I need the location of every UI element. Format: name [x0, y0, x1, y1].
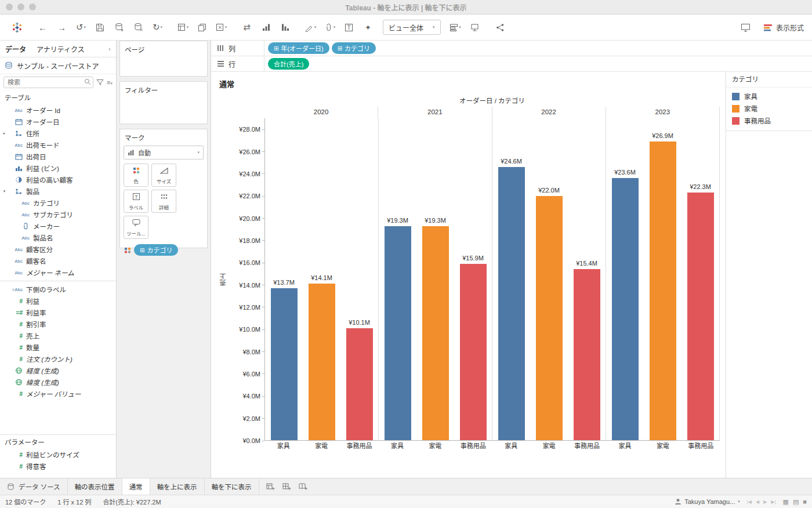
sort-descending-button[interactable] [276, 19, 294, 36]
clear-sheet-button[interactable]: ▾ [212, 19, 230, 36]
columns-shelf[interactable]: 列 ⊞年(オーダー日)⊞カテゴリ [211, 41, 812, 56]
field-item[interactable]: #利益ビンのサイズ [0, 449, 116, 460]
field-item[interactable]: 出荷日 [0, 151, 116, 162]
expand-plus-icon[interactable]: ⊞ [140, 247, 144, 253]
sheet-tab[interactable]: 軸を下に表示 [205, 478, 259, 495]
x-axis-category-label[interactable]: 家具 [264, 441, 302, 452]
replay-button[interactable]: ↺▾ [72, 19, 90, 36]
tableau-logo-button[interactable] [8, 19, 26, 36]
fit-dropdown[interactable]: ビュー全体 ▾ [383, 20, 441, 35]
new-dashboard-button[interactable] [280, 480, 294, 493]
mark-button-tooltip[interactable]: ツール... [124, 216, 148, 239]
mark-button-color[interactable]: 色 [124, 164, 148, 187]
x-axis-category-label[interactable]: 家具 [378, 441, 416, 452]
x-axis-category-label[interactable]: 事務用品 [568, 441, 606, 452]
x-axis-category-label[interactable]: 家電 [530, 441, 568, 452]
field-item[interactable]: 緯度 (生成) [0, 376, 116, 388]
undo-button[interactable]: ← [34, 19, 52, 36]
new-worksheet-tab-button[interactable] [263, 480, 278, 493]
tab-data[interactable]: データ [0, 44, 31, 54]
field-item[interactable]: ▸住所 [0, 128, 116, 139]
field-item[interactable]: #割引率 [0, 318, 116, 330]
group-members-button[interactable]: ▾ [321, 19, 339, 36]
expander-icon[interactable]: ▸ [0, 131, 8, 136]
previous-sheet-button[interactable]: ◀ [756, 499, 759, 505]
rows-shelf[interactable]: 行 合計(売上) [211, 56, 812, 72]
bar-家電-2023[interactable] [650, 141, 676, 440]
user-account-menu[interactable]: Takuya Yamagu... ▾ [675, 498, 740, 505]
pages-shelf[interactable]: ページ [119, 41, 208, 77]
mark-button-label[interactable]: Tラベル [124, 190, 148, 213]
bar-家具-2020[interactable] [271, 288, 298, 440]
duplicate-button[interactable] [193, 19, 211, 36]
highlight-button[interactable]: ▾ [302, 19, 320, 36]
bar-事務用品-2020[interactable] [346, 328, 373, 440]
filter-funnel-icon[interactable] [96, 79, 104, 86]
expander-icon[interactable]: ▾ [0, 189, 8, 194]
field-item[interactable]: #注文 (カウント) [0, 353, 116, 365]
field-item[interactable]: Abcサブカテゴリ [0, 209, 116, 220]
field-item[interactable]: =#利益率 [0, 307, 116, 318]
bar-家具-2022[interactable] [498, 167, 525, 440]
pause-auto-updates-button[interactable] [129, 19, 147, 36]
bar-事務用品-2021[interactable] [460, 264, 487, 440]
shelf-pill[interactable]: 合計(売上) [268, 58, 309, 70]
last-sheet-button[interactable]: ▶| [771, 499, 775, 505]
datasource-row[interactable]: サンプル - スーパーストア [0, 57, 116, 74]
bar-家電-2021[interactable] [422, 226, 449, 440]
expand-plus-icon[interactable]: ⊞ [274, 45, 278, 52]
refresh-button[interactable]: ↻▾ [148, 19, 166, 36]
field-item[interactable]: Abcカテゴリ [0, 197, 116, 209]
field-item[interactable]: オーダー日 [0, 116, 116, 128]
redo-button[interactable]: → [53, 19, 71, 36]
shelf-pill[interactable]: ⊞年(オーダー日) [268, 42, 329, 54]
bar-事務用品-2023[interactable] [687, 193, 714, 440]
new-worksheet-button[interactable]: ▾ [174, 19, 192, 36]
field-item[interactable]: =Abc下側のラベル [0, 284, 116, 295]
new-datasource-button[interactable] [110, 19, 128, 36]
legend-item[interactable]: 家電 [732, 104, 806, 113]
bar-家電-2022[interactable] [536, 196, 563, 440]
field-item[interactable]: メーカー [0, 220, 116, 232]
field-item[interactable]: #メジャー バリュー [0, 388, 116, 400]
bar-事務用品-2022[interactable] [574, 269, 600, 440]
x-axis-category-label[interactable]: 家具 [606, 441, 644, 452]
tab-analytics[interactable]: アナリティクス [31, 44, 90, 54]
field-item[interactable]: 経度 (生成) [0, 365, 116, 376]
view-options-icon[interactable]: ≡▾ [107, 79, 113, 86]
presentation-mode-button[interactable] [737, 19, 755, 36]
fullscreen-icon[interactable]: ■ [803, 498, 807, 505]
x-axis-category-label[interactable]: 事務用品 [454, 441, 492, 452]
sheet-tab[interactable]: 通常 [122, 478, 150, 495]
expand-plus-icon[interactable]: ⊞ [338, 45, 342, 52]
shelf-pill[interactable]: ⊞カテゴリ [332, 42, 376, 54]
datasource-tab[interactable]: データ ソース [0, 478, 68, 495]
color-legend-card[interactable]: カテゴリ 家具家電事務用品 [726, 72, 812, 131]
show-me-button[interactable]: 表示形式 [764, 23, 804, 32]
field-item[interactable]: 利益の高い顧客 [0, 174, 116, 186]
swap-axes-button[interactable]: ⇄ [238, 19, 256, 36]
y-axis-ticks[interactable]: ¥28.0M¥26.0M¥24.0M¥22.0M¥20.0M¥18.0M¥16.… [227, 118, 264, 441]
field-item[interactable]: 利益 (ビン) [0, 162, 116, 174]
x-axis-category-label[interactable]: 家具 [492, 441, 530, 452]
legend-item[interactable]: 家具 [732, 92, 806, 101]
first-sheet-button[interactable]: |◀ [747, 499, 752, 505]
field-item[interactable]: Abcオーダー Id [0, 104, 116, 116]
field-item[interactable]: ▾製品 [0, 186, 116, 197]
field-item[interactable]: Abcメジャー ネーム [0, 267, 116, 278]
new-story-button[interactable] [296, 480, 310, 493]
sheet-tab[interactable]: 軸の表示位置 [68, 478, 122, 495]
field-item[interactable]: Abc製品名 [0, 232, 116, 244]
x-axis-category-label[interactable]: 家電 [302, 441, 340, 452]
filmstrip-icon[interactable]: ▤ [793, 498, 799, 506]
mark-button-size[interactable]: サイズ [151, 164, 176, 187]
mark-type-dropdown[interactable]: 自動 ▾ [124, 146, 204, 159]
shelf-pill[interactable]: ⊞カテゴリ [134, 244, 178, 256]
bar-家具-2023[interactable] [612, 178, 639, 440]
filters-shelf[interactable]: フィルター [119, 81, 208, 124]
fix-axes-button[interactable]: ✦ [359, 19, 377, 36]
sheet-sorter-icon[interactable]: ▦ [783, 498, 789, 506]
x-axis-category-label[interactable]: 事務用品 [682, 441, 720, 452]
sort-ascending-button[interactable] [257, 19, 275, 36]
x-axis-category-label[interactable]: 家電 [644, 441, 682, 452]
